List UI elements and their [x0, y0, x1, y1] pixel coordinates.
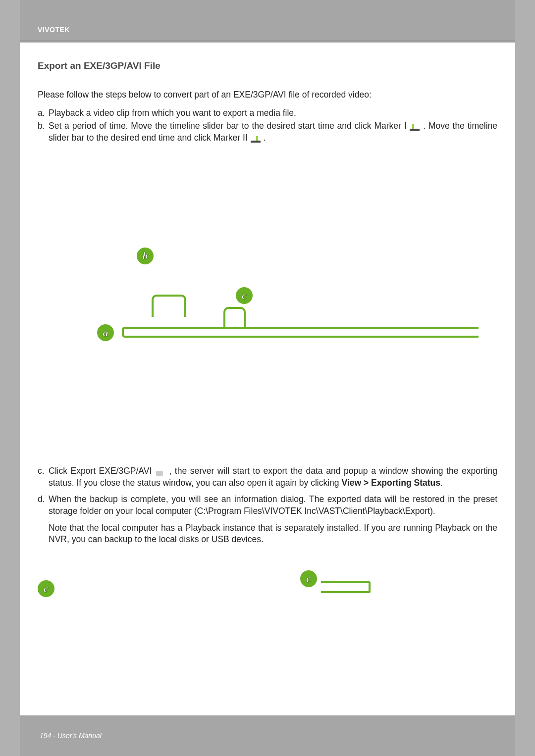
callout-b-bracket	[152, 295, 186, 317]
svg-marker-1	[412, 124, 414, 129]
step-b-label: b.	[38, 120, 49, 144]
page-background: VIVOTEK Export an EXE/3GP/AVI File Pleas…	[0, 0, 535, 756]
step-b-pre: Set a period of time. Move the timeline …	[49, 121, 409, 131]
step-c: c. Click Export EXE/3GP/AVI , the server…	[38, 465, 497, 489]
step-b-text: Set a period of time. Move the timeline …	[49, 120, 497, 144]
export-icon	[155, 468, 166, 475]
marker-one-icon	[409, 123, 420, 130]
svg-rect-0	[410, 129, 420, 131]
step-c-pre: Click Export EXE/3GP/AVI	[49, 466, 155, 476]
step-c-text: Click Export EXE/3GP/AVI , the server wi…	[49, 465, 497, 489]
badge-c: c	[236, 287, 253, 304]
note-spacer	[38, 522, 49, 546]
brand-label: VIVOTEK	[38, 26, 70, 34]
step-c-bold: View > Exporting Status	[341, 478, 440, 488]
lower-badges-row: c c	[38, 565, 497, 664]
step-d-label: d.	[38, 494, 49, 517]
step-a-text: Playback a video clip from which you wan…	[49, 107, 497, 119]
header-divider	[20, 41, 515, 42]
callout-c-bracket	[223, 307, 246, 327]
page-header: VIVOTEK	[20, 0, 515, 41]
intro-text: Please follow the steps below to convert…	[38, 89, 497, 101]
callout-c-right-bracket	[321, 581, 371, 593]
section-title: Export an EXE/3GP/AVI File	[38, 59, 497, 72]
step-a-label: a.	[38, 107, 49, 119]
step-b-post: .	[263, 133, 266, 143]
svg-rect-2	[251, 141, 261, 143]
badge-c-left: c	[38, 580, 54, 597]
step-d-text: When the backup is complete, you will se…	[49, 494, 497, 517]
step-c-tail: .	[440, 478, 443, 488]
svg-marker-3	[256, 136, 258, 141]
content-area: Export an EXE/3GP/AVI File Please follow…	[20, 43, 515, 664]
svg-rect-4	[156, 471, 163, 476]
page: VIVOTEK Export an EXE/3GP/AVI File Pleas…	[20, 0, 515, 756]
callout-a-bracket	[122, 327, 479, 338]
step-b: b. Set a period of time. Move the timeli…	[38, 120, 497, 144]
page-footer: 194 - User's Manual	[20, 715, 515, 756]
step-d: d. When the backup is complete, you will…	[38, 494, 497, 517]
step-c-label: c.	[38, 465, 49, 489]
badge-b: b	[137, 248, 154, 264]
marker-two-icon	[250, 135, 261, 142]
step-note: Note that the local computer has a Playb…	[38, 522, 497, 546]
step-a: a. Playback a video clip from which you …	[38, 107, 497, 119]
diagram-area: b c a	[38, 248, 497, 460]
badge-a: a	[97, 324, 114, 341]
badge-c-right: c	[300, 570, 317, 587]
note-text: Note that the local computer has a Playb…	[49, 522, 497, 546]
footer-text: 194 - User's Manual	[40, 732, 102, 740]
